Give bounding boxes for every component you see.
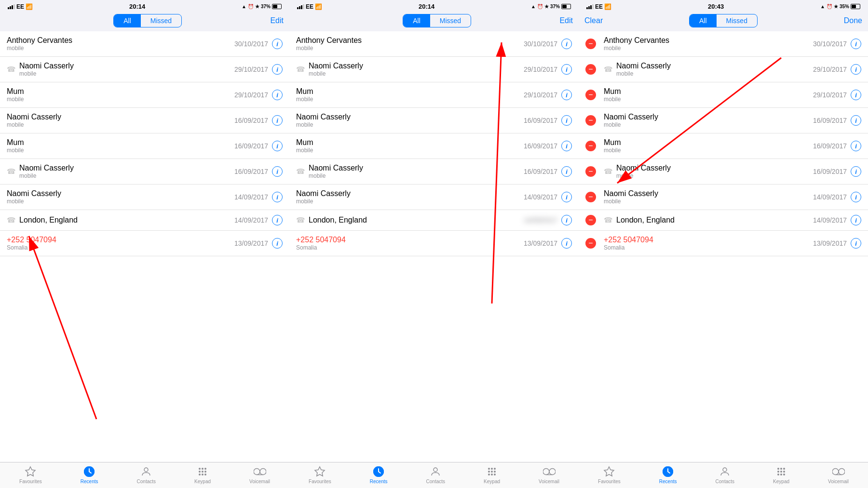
call-item[interactable]: ☎ Naomi Casserly mobile 16/09/2017 i <box>0 159 289 185</box>
delete-button[interactable]: − <box>585 192 596 202</box>
info-button[interactable]: i <box>272 115 283 126</box>
call-item[interactable]: ☎ Naomi Casserly mobile 16/09/2017 i <box>289 159 579 185</box>
call-item[interactable]: − ☎ Naomi Casserly mobile 29/10/2017 i <box>579 57 868 82</box>
info-button[interactable]: i <box>851 39 861 49</box>
info-button[interactable]: i <box>851 90 861 100</box>
svg-point-26 <box>488 468 490 470</box>
call-info: Naomi Casserly mobile <box>616 62 813 77</box>
call-item[interactable]: Mum mobile 29/10/2017 i <box>0 82 289 108</box>
call-item[interactable]: +252 5047094 Somalia 13/09/2017 i <box>0 231 289 256</box>
tab-favourites[interactable]: Favourites <box>19 465 42 484</box>
tab-voicemail[interactable]: Voicemail <box>249 465 270 484</box>
call-item[interactable]: ☎ Naomi Casserly mobile 29/10/2017 i <box>0 57 289 82</box>
call-item[interactable]: − Naomi Casserly mobile 16/09/2017 i <box>579 108 868 133</box>
seg-missed[interactable]: Missed <box>141 14 181 27</box>
info-button[interactable]: i <box>272 64 283 75</box>
clear-button[interactable]: Clear <box>584 16 603 25</box>
info-button[interactable]: i <box>272 238 283 249</box>
call-item[interactable]: Naomi Casserly mobile 14/09/2017 i <box>289 185 579 210</box>
tab-keypad[interactable]: Keypad <box>773 465 789 484</box>
info-button[interactable]: i <box>851 166 861 177</box>
seg-all[interactable]: All <box>403 14 430 27</box>
info-button[interactable]: i <box>851 238 861 249</box>
gps-icon: ▲ <box>820 4 825 9</box>
delete-button[interactable]: − <box>585 215 596 225</box>
tab-keypad[interactable]: Keypad <box>194 465 211 484</box>
tab-keypad[interactable]: Keypad <box>484 465 500 484</box>
info-button[interactable]: i <box>272 141 283 151</box>
edit-button[interactable]: Edit <box>270 16 284 25</box>
info-button[interactable]: i <box>561 238 572 249</box>
battery-icon <box>851 4 860 9</box>
info-button[interactable]: i <box>561 39 572 49</box>
call-item[interactable]: ☎ Naomi Casserly mobile 29/10/2017 i <box>289 57 579 82</box>
tab-voicemail[interactable]: Voicemail <box>539 465 559 484</box>
call-item[interactable]: ☎ London, England 14/09/2017 i <box>289 210 579 231</box>
call-item[interactable]: − ☎ Naomi Casserly mobile 16/09/2017 i <box>579 159 868 185</box>
edit-button[interactable]: Edit <box>559 16 573 25</box>
info-button[interactable]: i <box>851 64 861 75</box>
delete-button[interactable]: − <box>585 115 596 126</box>
missed-call-icon: ☎ <box>604 216 612 224</box>
info-button[interactable]: i <box>272 90 283 100</box>
call-item[interactable]: ☎ London, England 14/09/2017 i <box>0 210 289 231</box>
alarm-icon: ⏰ <box>248 4 254 9</box>
info-button[interactable]: i <box>272 192 283 202</box>
call-item[interactable]: Naomi Casserly mobile 14/09/2017 i <box>0 185 289 210</box>
info-button[interactable]: i <box>851 192 861 202</box>
call-item[interactable]: − Anthony Cervantes mobile 30/10/2017 i <box>579 31 868 57</box>
info-button[interactable]: i <box>561 64 572 75</box>
info-button[interactable]: i <box>561 215 572 225</box>
call-item[interactable]: − Naomi Casserly mobile 14/09/2017 i <box>579 185 868 210</box>
info-button[interactable]: i <box>561 90 572 100</box>
call-item[interactable]: Naomi Casserly mobile 16/09/2017 i <box>289 108 579 133</box>
info-button[interactable]: i <box>851 141 861 151</box>
svg-point-29 <box>488 471 490 473</box>
call-item[interactable]: Mum mobile 16/09/2017 i <box>0 133 289 159</box>
seg-all[interactable]: All <box>690 14 717 27</box>
info-button[interactable]: i <box>561 115 572 126</box>
call-date: 16/09/2017 <box>234 142 268 150</box>
call-item[interactable]: − Mum mobile 29/10/2017 i <box>579 82 868 108</box>
call-item[interactable]: − +252 5047094 Somalia 13/09/2017 i <box>579 231 868 256</box>
tab-favourites[interactable]: Favourites <box>598 465 621 484</box>
delete-button[interactable]: − <box>585 141 596 151</box>
tab-contacts[interactable]: Contacts <box>426 465 445 484</box>
tab-recents[interactable]: Recents <box>81 465 98 484</box>
tab-contacts[interactable]: Contacts <box>137 465 156 484</box>
delete-button[interactable]: − <box>585 64 596 75</box>
call-item[interactable]: Naomi Casserly mobile 16/09/2017 i <box>0 108 289 133</box>
tab-contacts[interactable]: Contacts <box>716 465 734 484</box>
tab-recents[interactable]: Recents <box>659 465 677 484</box>
delete-button[interactable]: − <box>585 166 596 177</box>
tab-voicemail[interactable]: Voicemail <box>828 465 849 484</box>
tab-recents[interactable]: Recents <box>370 465 388 484</box>
call-item[interactable]: Anthony Cervantes mobile 30/10/2017 i <box>0 31 289 57</box>
call-item[interactable]: Mum mobile 29/10/2017 i <box>289 82 579 108</box>
seg-missed[interactable]: Missed <box>717 14 757 27</box>
info-button[interactable]: i <box>561 192 572 202</box>
info-button[interactable]: i <box>272 166 283 177</box>
delete-button[interactable]: − <box>585 39 596 49</box>
call-item[interactable]: +252 5047094 Somalia 13/09/2017 i <box>289 231 579 256</box>
info-button[interactable]: i <box>272 39 283 49</box>
info-button[interactable]: i <box>272 215 283 225</box>
delete-button[interactable]: − <box>585 238 596 249</box>
delete-button[interactable]: − <box>585 90 596 100</box>
tab-favourites[interactable]: Favourites <box>309 465 331 484</box>
info-button[interactable]: i <box>561 166 572 177</box>
call-item[interactable]: − Mum mobile 16/09/2017 i <box>579 133 868 159</box>
done-button[interactable]: Done <box>844 16 862 25</box>
info-button[interactable]: i <box>851 215 861 225</box>
call-item[interactable]: Mum mobile 16/09/2017 i <box>289 133 579 159</box>
favourites-label: Favourites <box>598 479 621 484</box>
svg-point-46 <box>777 468 779 470</box>
info-button[interactable]: i <box>561 141 572 151</box>
seg-all[interactable]: All <box>114 14 141 27</box>
call-item[interactable]: Anthony Cervantes mobile 30/10/2017 i <box>289 31 579 57</box>
bar4 <box>592 4 594 9</box>
call-item[interactable]: − ☎ London, England 14/09/2017 i <box>579 210 868 231</box>
svg-point-14 <box>204 474 206 475</box>
seg-missed[interactable]: Missed <box>430 14 471 27</box>
info-button[interactable]: i <box>851 115 861 126</box>
